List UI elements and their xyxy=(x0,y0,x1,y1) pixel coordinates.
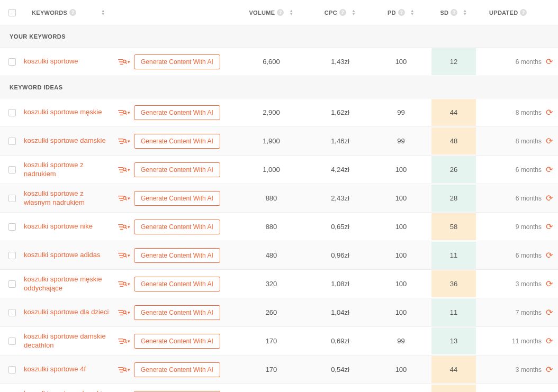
col-header-cpc[interactable]: CPC ? ▲▼ xyxy=(307,9,373,16)
generate-ai-button[interactable]: Generate Content With AI xyxy=(134,105,220,120)
row-checkbox[interactable] xyxy=(8,309,16,316)
table-row: koszulki sportowe męskie oddychające▾Gen… xyxy=(0,270,558,298)
filter-icon[interactable]: ▾ xyxy=(118,252,130,259)
help-icon[interactable]: ? xyxy=(451,9,457,16)
refresh-icon[interactable]: ⟳ xyxy=(546,57,553,67)
pd-cell: 99 xyxy=(373,108,429,116)
cpc-cell: 0,96zł xyxy=(307,251,373,259)
row-checkbox[interactable] xyxy=(8,166,16,174)
keyword-link[interactable]: koszulki sportowe adidas xyxy=(24,251,101,259)
cpc-cell: 1,04zł xyxy=(307,308,373,316)
keyword-link[interactable]: koszulki sportowe damskie xyxy=(24,136,106,144)
generate-ai-button[interactable]: Generate Content With AI xyxy=(134,334,220,349)
row-checkbox[interactable] xyxy=(8,109,16,116)
refresh-icon[interactable]: ⟳ xyxy=(546,165,553,175)
help-icon[interactable]: ? xyxy=(277,9,284,16)
sd-cell: 28 xyxy=(431,185,476,212)
volume-cell: 170 xyxy=(236,337,307,345)
pd-cell: 100 xyxy=(373,308,429,316)
filter-icon-svg xyxy=(118,309,127,316)
keyword-link[interactable]: koszulki sportowe męskie oddychające xyxy=(24,275,102,292)
filter-icon[interactable]: ▾ xyxy=(118,109,130,116)
sort-icon[interactable]: ▲▼ xyxy=(101,10,110,16)
sd-cell: 12 xyxy=(431,48,476,75)
row-checkbox[interactable] xyxy=(8,223,16,231)
row-checkbox[interactable] xyxy=(8,138,16,145)
generate-ai-button[interactable]: Generate Content With AI xyxy=(134,162,220,177)
sd-cell-wrap: 11 xyxy=(429,242,479,269)
svg-point-8 xyxy=(123,111,126,113)
filter-icon[interactable]: ▾ xyxy=(118,309,130,316)
generate-ai-button[interactable]: Generate Content With AI xyxy=(134,248,220,263)
filter-icon[interactable]: ▾ xyxy=(118,338,130,345)
row-checkbox[interactable] xyxy=(8,338,16,345)
updated-cell: 8 months xyxy=(516,138,542,145)
header-updated-label: UPDATED xyxy=(489,10,518,16)
filter-icon[interactable]: ▾ xyxy=(118,58,130,66)
generate-ai-button[interactable]: Generate Content With AI xyxy=(134,220,220,234)
refresh-icon[interactable]: ⟳ xyxy=(546,336,553,346)
generate-ai-button[interactable]: Generate Content With AI xyxy=(134,277,220,291)
generate-ai-button[interactable]: Generate Content With AI xyxy=(134,54,220,69)
sort-icon[interactable]: ▲▼ xyxy=(463,10,467,16)
col-header-pd[interactable]: PD ? ▲▼ xyxy=(373,9,429,16)
row-checkbox[interactable] xyxy=(8,252,16,259)
keyword-link[interactable]: koszulki sportowe xyxy=(24,57,78,65)
help-icon[interactable]: ? xyxy=(520,9,527,16)
keyword-link[interactable]: koszulki sportowe z własnym nadrukiem xyxy=(24,189,85,206)
refresh-icon[interactable]: ⟳ xyxy=(546,250,553,260)
help-icon[interactable]: ? xyxy=(398,9,405,16)
select-all-checkbox[interactable] xyxy=(8,9,16,16)
section-keyword-ideas: KEYWORD IDEAS xyxy=(0,76,558,98)
keyword-link[interactable]: koszulki sportowe damskie decathlon xyxy=(24,332,106,349)
refresh-icon[interactable]: ⟳ xyxy=(546,307,553,317)
volume-cell: 1,000 xyxy=(236,166,307,174)
refresh-icon[interactable]: ⟳ xyxy=(546,364,553,375)
pd-cell: 100 xyxy=(373,223,429,231)
cpc-cell: 1,43zł xyxy=(307,58,373,66)
sd-cell-wrap: 11 xyxy=(429,299,479,326)
row-checkbox[interactable] xyxy=(8,280,16,288)
sort-icon[interactable]: ▲▼ xyxy=(410,10,415,16)
generate-ai-button[interactable]: Generate Content With AI xyxy=(134,191,220,206)
svg-line-4 xyxy=(125,62,127,63)
keyword-link[interactable]: koszulki sportowe nike xyxy=(24,222,93,230)
svg-point-43 xyxy=(123,311,126,313)
filter-icon[interactable]: ▾ xyxy=(118,138,130,145)
generate-ai-button[interactable]: Generate Content With AI xyxy=(134,134,220,149)
generate-ai-button[interactable]: Generate Content With AI xyxy=(134,362,220,377)
refresh-icon[interactable]: ⟳ xyxy=(546,136,553,146)
col-header-updated[interactable]: UPDATED ? xyxy=(479,9,558,16)
filter-icon[interactable]: ▾ xyxy=(118,166,130,174)
row-checkbox[interactable] xyxy=(8,366,16,373)
chevron-down-icon: ▾ xyxy=(128,59,130,65)
pd-cell: 100 xyxy=(373,194,429,202)
refresh-icon[interactable]: ⟳ xyxy=(546,222,553,232)
filter-icon[interactable]: ▾ xyxy=(118,280,130,288)
header-sd-label: SD xyxy=(440,10,448,16)
filter-icon[interactable]: ▾ xyxy=(118,195,130,202)
sort-icon[interactable]: ▲▼ xyxy=(352,10,356,16)
refresh-icon[interactable]: ⟳ xyxy=(546,279,553,289)
col-header-volume[interactable]: VOLUME ? ▲▼ xyxy=(236,9,307,16)
keyword-link[interactable]: koszulki sportowe dla dzieci xyxy=(24,308,109,316)
section-label: YOUR KEYWORDS xyxy=(10,33,66,40)
filter-icon[interactable]: ▾ xyxy=(118,366,130,373)
refresh-icon[interactable]: ⟳ xyxy=(546,193,553,203)
volume-cell: 880 xyxy=(236,223,307,231)
col-header-keywords[interactable]: KEYWORDS ? ▲▼ xyxy=(24,9,114,16)
col-header-sd[interactable]: SD ? ▲▼ xyxy=(429,9,479,16)
row-checkbox[interactable] xyxy=(8,195,16,202)
help-icon[interactable]: ? xyxy=(69,9,76,16)
refresh-icon[interactable]: ⟳ xyxy=(546,107,553,117)
keyword-link[interactable]: koszulki sportowe damskie nike xyxy=(24,389,106,392)
keyword-link[interactable]: koszulki sportowe z nadrukiem xyxy=(24,161,84,178)
keyword-link[interactable]: koszulki sportowe męskie xyxy=(24,108,102,116)
keyword-link[interactable]: koszulki sportowe 4f xyxy=(24,365,86,373)
sort-icon[interactable]: ▲▼ xyxy=(289,10,293,16)
generate-ai-button[interactable]: Generate Content With AI xyxy=(134,305,220,320)
help-icon[interactable]: ? xyxy=(339,9,346,16)
filter-icon[interactable]: ▾ xyxy=(118,223,130,231)
table-row: koszulki sportowe damskie▾Generate Conte… xyxy=(0,127,558,156)
row-checkbox[interactable] xyxy=(8,58,16,66)
